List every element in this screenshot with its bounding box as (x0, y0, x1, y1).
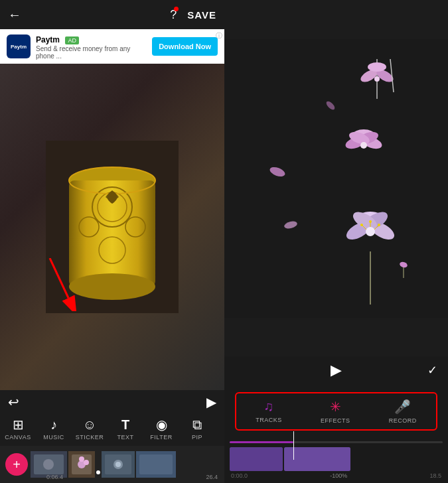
svg-point-45 (369, 220, 372, 223)
confirm-button[interactable]: ✓ (427, 363, 437, 378)
toolbar-music[interactable]: ♪ MUSIC (36, 415, 72, 443)
music-icon: ♪ (50, 417, 57, 433)
svg-rect-26 (224, 39, 448, 318)
clip-connector (96, 470, 100, 474)
tracks-label: TRACKS (256, 417, 282, 423)
video-preview (0, 64, 224, 390)
tracks-icon: ♫ (263, 399, 273, 414)
svg-point-23 (115, 462, 121, 467)
ad-banner: Paytm Paytm AD Send & receive money from… (0, 29, 224, 64)
toolbar-items: ⊞ CANVAS ♪ MUSIC ☺ STICKER T TEXT ◉ FILT… (0, 414, 224, 443)
save-button[interactable]: SAVE (187, 9, 216, 21)
timeline-time-end: 26.4 (206, 474, 218, 480)
svg-point-14 (43, 459, 54, 470)
bottom-toolbar: ↩ ▶ ⊞ CANVAS ♪ MUSIC ☺ STICKER T TEXT (0, 390, 224, 446)
svg-line-11 (50, 258, 68, 298)
svg-point-37 (360, 142, 367, 149)
right-timeline-progress (230, 441, 293, 443)
right-play-button[interactable]: ▶ (331, 362, 342, 379)
record-tool[interactable]: 🎤 RECORD (389, 399, 417, 424)
music-label: MUSIC (43, 434, 64, 441)
right-bottom-tools: ♫ TRACKS ✳ EFFECTS 🎤 RECORD (224, 384, 448, 439)
effects-icon: ✳ (330, 399, 341, 415)
ad-close-button[interactable]: ⓘ (216, 31, 222, 40)
ad-text: Paytm AD Send & receive money from any p… (36, 33, 147, 60)
right-timeline-bar (230, 441, 443, 443)
svg-point-31 (374, 76, 380, 82)
play-button[interactable]: ▶ (206, 394, 216, 410)
toolbar-controls: ↩ ▶ (0, 394, 224, 410)
timeline-clip-4[interactable] (136, 451, 176, 478)
undo-button[interactable]: ↩ (8, 394, 19, 410)
toolbar-filter[interactable]: ◉ FILTER (143, 414, 179, 443)
right-clip-1[interactable] (230, 447, 283, 471)
video-background (0, 64, 224, 390)
effects-label: EFFECTS (321, 417, 350, 424)
svg-rect-57 (230, 447, 283, 471)
record-icon: 🎤 (394, 399, 411, 415)
timeline-cursor (293, 431, 294, 460)
svg-point-47 (360, 224, 363, 226)
add-clip-button[interactable]: + (5, 453, 28, 476)
ad-brand: Paytm (36, 35, 60, 44)
notification-dot (174, 7, 179, 11)
download-now-button[interactable]: Download Now (152, 37, 218, 56)
svg-rect-25 (139, 454, 173, 474)
timeline-zoom: -100% (330, 472, 347, 479)
right-controls: ▶ ✓ (224, 356, 448, 384)
pip-icon: ⧉ (192, 417, 202, 433)
right-time-start: 0:00.0 (231, 472, 248, 479)
right-timeline: 0:00.0 -100% 18.5 (224, 439, 448, 483)
red-arrow-svg (43, 258, 83, 311)
top-bar-right: ? SAVE (170, 8, 216, 22)
canvas-icon: ⊞ (13, 417, 24, 433)
filter-icon: ◉ (156, 417, 167, 433)
left-panel: ← ? SAVE Paytm Paytm AD Send & receive m… (0, 0, 224, 483)
arrow-indicator (43, 258, 83, 314)
ad-tag: AD (65, 36, 79, 44)
right-panel: ▶ ✓ ♫ TRACKS ✳ EFFECTS 🎤 RECORD (224, 0, 448, 483)
toolbar-sticker[interactable]: ☺ STICKER (72, 415, 108, 443)
right-time-end: 18.5 (429, 472, 441, 479)
toolbar-canvas[interactable]: ⊞ CANVAS (0, 414, 36, 443)
toolbar-text[interactable]: T TEXT (108, 415, 143, 443)
top-bar: ← ? SAVE (0, 0, 224, 29)
help-button[interactable]: ? (170, 8, 177, 22)
svg-point-18 (79, 456, 84, 462)
toolbar-pri[interactable]: ✂ PRI (215, 414, 224, 443)
text-icon: T (121, 417, 129, 433)
tracks-tool[interactable]: ♫ TRACKS (256, 399, 282, 424)
sticker-icon: ☺ (83, 417, 96, 433)
svg-point-19 (84, 460, 89, 465)
flowers-visual (224, 39, 448, 318)
right-clip-row (230, 446, 443, 472)
right-timeline-times: 0:00.0 -100% 18.5 (230, 472, 443, 480)
toolbar-pip[interactable]: ⧉ PIP (179, 415, 215, 443)
ad-title-row: Paytm AD (36, 33, 147, 45)
timeline-time-start: 0:06.4 (46, 474, 63, 480)
record-label: RECORD (389, 417, 417, 424)
back-button[interactable]: ← (8, 7, 21, 23)
effects-tool[interactable]: ✳ EFFECTS (321, 399, 350, 424)
right-video-preview (224, 0, 448, 356)
sticker-label: STICKER (76, 434, 104, 441)
timeline-strip: + (0, 446, 224, 483)
tools-highlight-box: ♫ TRACKS ✳ EFFECTS 🎤 RECORD (235, 392, 437, 431)
text-label: TEXT (117, 434, 133, 441)
timeline-clip-3[interactable] (102, 451, 135, 478)
svg-point-49 (378, 224, 380, 226)
svg-point-43 (366, 227, 375, 236)
flowers-background (224, 0, 448, 356)
timeline-clip-2[interactable] (68, 451, 95, 478)
pip-label: PIP (192, 434, 202, 441)
canvas-label: CANVAS (5, 434, 31, 441)
ad-subtitle: Send & receive money from any phone ... (36, 45, 147, 60)
svg-point-30 (368, 62, 386, 72)
ad-logo: Paytm (7, 34, 31, 58)
filter-label: FILTER (150, 434, 172, 441)
